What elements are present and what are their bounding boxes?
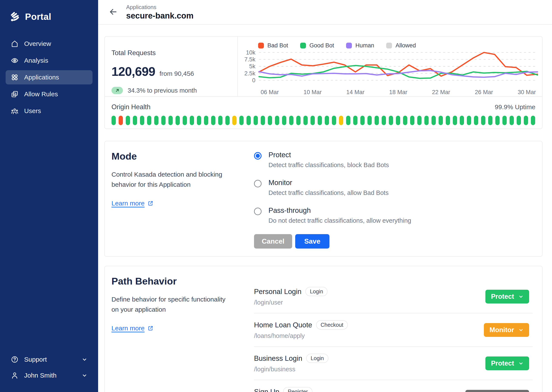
legend-item[interactable]: Human xyxy=(346,42,374,49)
path-name: Sign Up xyxy=(254,388,279,392)
support-label: Support xyxy=(24,356,47,363)
path-action-label: Monitor xyxy=(489,326,514,334)
path-row-business-login: Business Login Login /login/business Pro… xyxy=(254,347,533,380)
option-description: Do not detect traffic classifications, a… xyxy=(268,217,411,224)
path-behavior-info: Path Behavior Define behavior for specif… xyxy=(111,276,244,392)
x-axis-tick: 10 Mar xyxy=(303,89,322,95)
radio-monitor[interactable] xyxy=(254,180,262,187)
mode-learn-more-link[interactable]: Learn more xyxy=(111,200,154,207)
y-axis-tick: 5k xyxy=(249,63,256,70)
sidebar-item-overview[interactable]: Overview xyxy=(6,37,93,51)
sidebar-item-label: Overview xyxy=(24,40,51,47)
path-info: Business Login Login /login/business xyxy=(254,354,328,373)
trend-up-icon xyxy=(115,88,120,93)
legend-label: Human xyxy=(355,42,374,49)
y-axis-tick: 2.5k xyxy=(244,70,256,77)
health-segment xyxy=(119,116,123,125)
overview-top: Total Requests 120,699 from 90,456 34.3%… xyxy=(105,37,542,96)
health-segment xyxy=(303,116,308,125)
eye-icon xyxy=(11,57,19,64)
health-segment xyxy=(367,116,372,125)
health-segment xyxy=(374,116,379,125)
health-segment xyxy=(168,116,173,125)
path-info: Home Loan Quote Checkout /loans/home/app… xyxy=(254,320,348,339)
external-link-icon xyxy=(148,325,154,331)
mode-option-protect[interactable]: Protect Detect traffic classifications, … xyxy=(254,151,533,169)
health-segment xyxy=(275,116,279,125)
sidebar-item-label: Allow Rules xyxy=(24,91,58,98)
x-axis-tick: 18 Mar xyxy=(389,89,407,95)
sidebar-item-applications[interactable]: Applications xyxy=(6,70,93,84)
health-segment xyxy=(261,116,265,125)
content: Total Requests 120,699 from 90,456 34.3%… xyxy=(98,25,552,392)
user-menu[interactable]: John Smith xyxy=(6,368,93,383)
health-segment xyxy=(310,116,315,125)
origin-health-title: Origin Health xyxy=(111,103,151,111)
health-segment xyxy=(396,116,400,125)
cancel-button[interactable]: Cancel xyxy=(254,234,292,249)
health-segment xyxy=(268,116,272,125)
health-segment xyxy=(346,116,350,125)
option-body: Monitor Detect traffic classifications, … xyxy=(268,179,388,196)
path-info: Personal Login Login /login/user xyxy=(254,287,328,306)
mode-buttons: Cancel Save xyxy=(254,234,533,249)
health-segment xyxy=(232,116,237,125)
health-segment xyxy=(225,116,230,125)
trend-row: 34.3% to previous month xyxy=(111,87,237,94)
path-action-dropdown[interactable]: Monitor xyxy=(484,323,529,337)
sidebar-item-analysis[interactable]: Analysis xyxy=(6,53,93,68)
trend-text: 34.3% to previous month xyxy=(128,87,197,94)
legend-item[interactable]: Bad Bot xyxy=(258,42,288,49)
path-url: /login/user xyxy=(254,299,328,306)
path-type-badge: Login xyxy=(305,287,328,296)
page-header: Applications secure-bank.com xyxy=(98,0,552,25)
health-segment xyxy=(453,116,457,125)
sidebar-item-users[interactable]: Users xyxy=(6,104,93,118)
health-segment xyxy=(410,116,415,125)
apps-icon xyxy=(11,73,19,81)
path-action-label: Protect xyxy=(491,293,514,301)
path-action-dropdown[interactable]: Pass-through xyxy=(465,390,529,392)
legend-swatch xyxy=(300,43,306,49)
legend-label: Allowed xyxy=(395,42,416,49)
health-segment xyxy=(183,116,187,125)
option-label: Pass-through xyxy=(268,206,411,215)
chevron-down-icon xyxy=(518,361,523,366)
path-row-personal-login: Personal Login Login /login/user Protect xyxy=(254,280,533,313)
total-requests-value: 120,699 xyxy=(111,64,155,79)
health-segment xyxy=(296,116,301,125)
mode-option-monitor[interactable]: Monitor Detect traffic classifications, … xyxy=(254,179,533,196)
sidebar: Portal Overview Analysis Applications Al… xyxy=(0,0,98,392)
health-segment xyxy=(204,116,208,125)
health-segment xyxy=(325,116,329,125)
radio-pass-through[interactable] xyxy=(254,208,262,215)
health-segment xyxy=(339,116,343,125)
radio-protect[interactable] xyxy=(254,152,262,160)
health-segment xyxy=(488,116,493,125)
path-behavior-learn-more-link[interactable]: Learn more xyxy=(111,325,154,332)
support-menu[interactable]: Support xyxy=(6,352,93,367)
origin-health-header: Origin Health 99.9% Uptime xyxy=(111,103,535,111)
health-segment xyxy=(239,116,244,125)
path-action-dropdown[interactable]: Protect xyxy=(485,290,529,303)
legend-item[interactable]: Good Bot xyxy=(300,42,334,49)
path-type-badge: Login xyxy=(306,354,328,363)
mode-option-pass-through[interactable]: Pass-through Do not detect traffic class… xyxy=(254,206,533,224)
legend-item[interactable]: Allowed xyxy=(386,42,416,49)
total-requests-previous: from 90,456 xyxy=(160,70,194,77)
option-description: Detect traffic classifications, allow Ba… xyxy=(268,189,388,196)
health-segment xyxy=(382,116,386,125)
chevron-down-icon xyxy=(518,294,523,299)
mode-description: Control Kasada detection and blocking be… xyxy=(111,169,232,190)
health-segment xyxy=(176,116,180,125)
save-button[interactable]: Save xyxy=(295,234,330,249)
overview-card: Total Requests 120,699 from 90,456 34.3%… xyxy=(104,36,543,129)
sidebar-item-allow-rules[interactable]: Allow Rules xyxy=(6,87,93,101)
x-axis-tick: 30 Mar xyxy=(518,89,536,95)
back-button[interactable] xyxy=(108,7,118,17)
user-name-label: John Smith xyxy=(24,372,57,379)
health-segment xyxy=(218,116,222,125)
path-action-dropdown[interactable]: Protect xyxy=(485,357,529,370)
breadcrumb: Applications xyxy=(126,4,194,11)
health-segment xyxy=(332,116,336,125)
